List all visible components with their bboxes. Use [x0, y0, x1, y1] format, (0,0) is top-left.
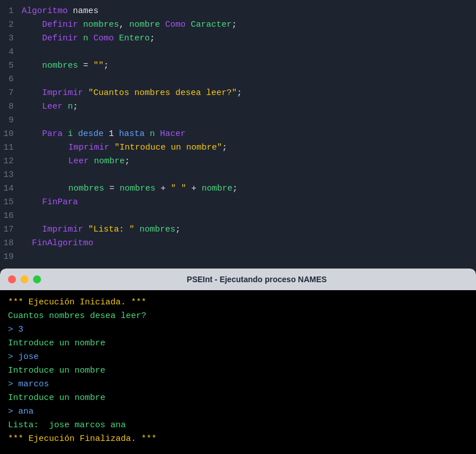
line-number: 4 — [0, 46, 22, 59]
line-number: 1 — [0, 5, 22, 18]
token: nombres — [139, 225, 175, 234]
traffic-light-green[interactable] — [33, 275, 41, 283]
line-number: 16 — [0, 209, 22, 223]
token: Como — [93, 34, 119, 43]
token: FinAlgoritmo — [22, 238, 93, 248]
code-line: 15 FinPara — [0, 196, 476, 209]
code-line: 9 — [0, 114, 476, 127]
code-line: 7 Imprimir "Cuantos nombres desea leer?"… — [0, 86, 476, 100]
line-number: 10 — [0, 127, 22, 141]
line-content: Algoritmo names — [22, 5, 476, 18]
line-number: 5 — [0, 59, 22, 73]
terminal-line: Introduce un nombre — [8, 364, 468, 378]
token: nombres — [120, 184, 155, 193]
terminal-title: PSEInt - Ejecutando proceso NAMES — [46, 275, 468, 284]
code-line: 10 Para i desde 1 hasta n Hacer — [0, 127, 476, 141]
line-number: 12 — [0, 155, 22, 168]
terminal-titlebar: PSEInt - Ejecutando proceso NAMES — [0, 269, 476, 290]
line-number: 14 — [0, 182, 22, 196]
line-number: 2 — [0, 18, 22, 32]
token: Caracter — [191, 20, 232, 30]
code-editor: 1Algoritmo names2 Definir nombres, nombr… — [0, 0, 476, 269]
terminal-line: > marcos — [8, 378, 468, 391]
token: Para — [42, 129, 68, 139]
code-line: 4 — [0, 46, 476, 59]
line-content: nombres = ""; — [22, 59, 476, 73]
token: i — [68, 129, 78, 139]
terminal-line: *** Ejecución Iniciada. *** — [8, 296, 468, 309]
token: nombre — [129, 20, 165, 30]
terminal-line: Cuantos nombres desea leer? — [8, 309, 468, 323]
code-line: 12 Leer nombre; — [0, 155, 476, 168]
token: n — [150, 129, 160, 139]
line-number: 9 — [0, 114, 22, 127]
terminal-line: > 3 — [8, 323, 468, 337]
token: FinPara — [42, 197, 78, 207]
token: Leer — [42, 102, 68, 112]
token: Definir — [42, 20, 83, 30]
token: "Lista: " — [88, 225, 139, 234]
token: "" — [93, 61, 104, 71]
token: ; — [232, 184, 237, 193]
token: hasta — [119, 129, 150, 139]
line-number: 3 — [0, 32, 22, 46]
code-line: 5 nombres = ""; — [0, 59, 476, 73]
token: Como — [165, 20, 191, 30]
token: ; — [73, 102, 78, 112]
terminal-line: > ana — [8, 405, 468, 419]
line-content: Imprimir "Cuantos nombres desea leer?"; — [22, 86, 476, 100]
traffic-light-red[interactable] — [8, 275, 16, 283]
token: , — [119, 20, 129, 30]
code-line: 1Algoritmo names — [0, 5, 476, 18]
code-line: 11 Imprimir "Introduce un nombre"; — [0, 141, 476, 155]
token: desde — [78, 129, 109, 139]
traffic-light-yellow[interactable] — [20, 275, 28, 283]
terminal-window: PSEInt - Ejecutando proceso NAMES *** Ej… — [0, 269, 476, 454]
token: Entero — [119, 34, 150, 43]
line-number: 17 — [0, 223, 22, 237]
code-line: 2 Definir nombres, nombre Como Caracter; — [0, 18, 476, 32]
token: + — [186, 184, 202, 193]
token: ; — [222, 143, 227, 152]
token: 1 — [109, 129, 119, 139]
line-content: Leer n; — [22, 100, 476, 114]
token: names — [73, 6, 99, 16]
token: nombres — [83, 20, 119, 30]
token: n — [83, 34, 93, 43]
line-content: nombres = nombres + " " + nombre; — [22, 182, 476, 196]
token: ; — [232, 20, 237, 30]
line-content: Imprimir "Lista: " nombres; — [22, 223, 476, 237]
token: Hacer — [160, 129, 186, 139]
token: nombre — [94, 156, 125, 166]
line-number: 13 — [0, 168, 22, 182]
token: + — [155, 184, 171, 193]
code-line: 8 Leer n; — [0, 100, 476, 114]
line-number: 19 — [0, 250, 22, 264]
token: Imprimir — [42, 88, 88, 98]
token: ; — [125, 156, 130, 166]
code-line: 3 Definir n Como Entero; — [0, 32, 476, 46]
token: ; — [150, 34, 155, 43]
token: Definir — [42, 34, 83, 43]
line-number: 6 — [0, 73, 22, 86]
code-line: 18 FinAlgoritmo — [0, 237, 476, 250]
terminal-line: > jose — [8, 350, 468, 364]
line-number: 15 — [0, 196, 22, 209]
terminal-line: Introduce un nombre — [8, 391, 468, 405]
token: nombres — [42, 61, 78, 71]
app-container: 1Algoritmo names2 Definir nombres, nombr… — [0, 0, 476, 454]
line-content: Imprimir "Introduce un nombre"; — [22, 141, 476, 155]
token: nombres — [68, 184, 104, 193]
token: ; — [104, 61, 109, 71]
token: Algoritmo — [22, 6, 73, 16]
token: " " — [171, 184, 186, 193]
token: nombre — [202, 184, 232, 193]
code-line: 17 Imprimir "Lista: " nombres; — [0, 223, 476, 237]
code-line: 19 — [0, 250, 476, 264]
line-number: 18 — [0, 237, 22, 250]
token: "Introduce un nombre" — [114, 143, 222, 152]
token: Imprimir — [42, 225, 88, 234]
code-line: 14 nombres = nombres + " " + nombre; — [0, 182, 476, 196]
line-content: FinAlgoritmo — [22, 237, 476, 250]
terminal-line: Introduce un nombre — [8, 337, 468, 350]
